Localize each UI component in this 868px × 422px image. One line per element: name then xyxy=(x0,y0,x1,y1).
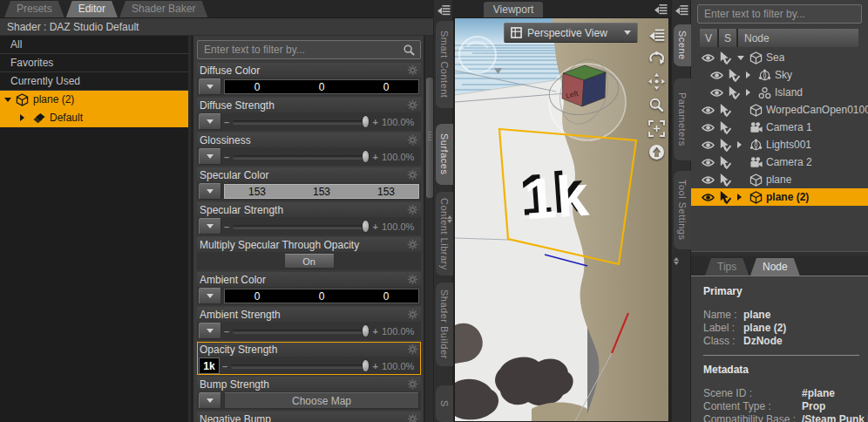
tree-item-plane-2[interactable]: plane (2) xyxy=(0,91,188,109)
orbit-rotate-icon[interactable] xyxy=(648,50,665,66)
dock-tab-surfaces[interactable]: Surfaces xyxy=(436,124,453,185)
gear-icon[interactable] xyxy=(407,344,418,355)
view-selector-dropdown[interactable]: Perspective View xyxy=(504,23,638,43)
tab-shader-baker[interactable]: Shader Baker xyxy=(119,1,207,17)
color-value-bar[interactable]: 000 xyxy=(224,289,419,303)
color-value-bar[interactable]: 153153153 xyxy=(224,184,419,199)
dock-tab-tool-settings[interactable]: Tool Settings xyxy=(674,171,691,249)
scene-node-lights001[interactable]: Lights001 xyxy=(691,136,868,153)
frame-fit-icon[interactable] xyxy=(648,120,665,137)
visibility-eye-icon[interactable] xyxy=(710,69,723,82)
tab-presets[interactable]: Presets xyxy=(4,1,64,17)
dock-tab-scene[interactable]: Scene xyxy=(674,24,691,66)
scene-node-sky[interactable]: Sky xyxy=(691,66,868,84)
visibility-eye-icon[interactable] xyxy=(702,139,715,152)
selectable-cursor-icon[interactable] xyxy=(718,51,731,65)
gear-icon[interactable] xyxy=(407,65,418,76)
viewport-options-icon[interactable] xyxy=(648,26,665,43)
slider[interactable]: –+ xyxy=(224,221,378,232)
column-node[interactable]: Node xyxy=(738,29,858,47)
scene-node-sea[interactable]: Sea xyxy=(691,49,868,66)
scene-node-plane-2[interactable]: plane (2) xyxy=(691,188,868,206)
dock-collapse-handle[interactable] xyxy=(674,255,679,268)
value-dropdown-button[interactable] xyxy=(199,78,221,95)
scene-node-camera-1[interactable]: Camera 1 xyxy=(691,119,868,136)
expand-down-icon[interactable] xyxy=(4,98,11,106)
gear-icon[interactable] xyxy=(407,378,418,390)
visibility-eye-icon[interactable] xyxy=(702,104,715,117)
dock-tab-shader-builder[interactable]: Shader Builder xyxy=(436,282,453,366)
tab-editor[interactable]: Editor xyxy=(66,1,118,17)
viewport-3d-canvas[interactable]: Left 1k 1k Perspective View xyxy=(454,17,669,422)
expand-down-icon[interactable] xyxy=(735,52,746,64)
category-currently-used[interactable]: Currently Used xyxy=(0,72,188,91)
slider[interactable]: –+ xyxy=(224,326,378,337)
dock-tab-parameters[interactable]: Parameters xyxy=(674,78,691,160)
category-favorites[interactable]: Favorites xyxy=(0,54,188,72)
value-dropdown-button[interactable] xyxy=(199,113,221,130)
scene-node-plane[interactable]: plane xyxy=(691,171,868,188)
column-visibility[interactable]: V xyxy=(700,29,717,47)
value-dropdown-button[interactable] xyxy=(199,392,221,409)
scene-node-worpedcanopen[interactable]: WorpedCanOpen01001 xyxy=(691,101,868,119)
selectable-cursor-icon[interactable] xyxy=(718,174,731,187)
scrollbar-handle[interactable] xyxy=(426,78,433,198)
color-value-bar[interactable]: 000 xyxy=(224,79,419,94)
value-dropdown-button[interactable] xyxy=(199,148,221,165)
tab-viewport[interactable]: Viewport xyxy=(484,2,543,17)
visibility-eye-icon[interactable] xyxy=(702,191,715,204)
value-dropdown-button[interactable] xyxy=(199,323,221,339)
expand-right-icon[interactable] xyxy=(735,194,746,201)
pan-icon[interactable] xyxy=(648,73,665,90)
gear-icon[interactable] xyxy=(407,134,418,146)
value-dropdown-button[interactable] xyxy=(199,288,221,304)
gear-icon[interactable] xyxy=(407,239,418,250)
selectable-cursor-icon[interactable] xyxy=(727,86,740,99)
toggle-on-button[interactable]: On xyxy=(284,254,335,269)
slider-handle[interactable] xyxy=(362,115,370,128)
selectable-cursor-icon[interactable] xyxy=(718,104,731,117)
visibility-eye-icon[interactable] xyxy=(702,121,715,134)
value-dropdown-button[interactable] xyxy=(199,218,221,235)
dock-tab-smart-content[interactable]: Smart Content xyxy=(436,21,453,108)
zoom-icon[interactable] xyxy=(648,97,665,113)
visibility-eye-icon[interactable] xyxy=(710,86,723,99)
panel-menu-icon[interactable] xyxy=(654,2,668,16)
gear-icon[interactable] xyxy=(407,309,418,320)
home-view-icon[interactable] xyxy=(648,144,665,160)
value-dropdown-button[interactable] xyxy=(199,183,221,200)
dock-tab-content-library[interactable]: Content Library xyxy=(436,192,453,276)
gear-icon[interactable] xyxy=(407,99,418,111)
selectable-cursor-icon[interactable] xyxy=(718,191,731,204)
scene-node-island[interactable]: Island xyxy=(691,84,868,101)
selectable-cursor-icon[interactable] xyxy=(718,156,731,169)
category-all[interactable]: All xyxy=(0,36,188,54)
dock-tab-partial[interactable]: S xyxy=(436,385,453,422)
expand-right-icon[interactable] xyxy=(20,114,28,121)
gear-icon[interactable] xyxy=(407,169,418,180)
panel-menu-icon[interactable] xyxy=(437,3,451,17)
visibility-eye-icon[interactable] xyxy=(702,51,715,65)
selectable-cursor-icon[interactable] xyxy=(718,121,731,134)
choose-map-button[interactable]: Choose Map xyxy=(224,392,419,409)
column-selectable[interactable]: S xyxy=(719,29,736,47)
tab-tips[interactable]: Tips xyxy=(705,258,749,276)
slider[interactable]: –+ xyxy=(224,152,378,162)
visibility-eye-icon[interactable] xyxy=(702,174,715,187)
selectable-cursor-icon[interactable] xyxy=(718,139,731,152)
expand-right-icon[interactable] xyxy=(743,71,755,78)
visibility-eye-icon[interactable] xyxy=(702,156,715,169)
panel-menu-icon[interactable] xyxy=(675,3,688,17)
slider[interactable]: –+ xyxy=(224,117,378,127)
tree-item-default-surface[interactable]: Default xyxy=(0,109,188,127)
slider-handle[interactable] xyxy=(362,324,370,337)
expand-right-icon[interactable] xyxy=(743,89,755,96)
gear-icon[interactable] xyxy=(407,204,418,215)
gear-icon[interactable] xyxy=(407,274,418,285)
scene-node-camera-2[interactable]: Camera 2 xyxy=(691,153,868,171)
scene-filter-input[interactable] xyxy=(702,7,857,21)
property-filter-input[interactable] xyxy=(202,43,403,57)
selectable-cursor-icon[interactable] xyxy=(727,69,740,82)
dock-collapse-handle[interactable] xyxy=(447,213,452,226)
tab-node[interactable]: Node xyxy=(750,258,800,276)
